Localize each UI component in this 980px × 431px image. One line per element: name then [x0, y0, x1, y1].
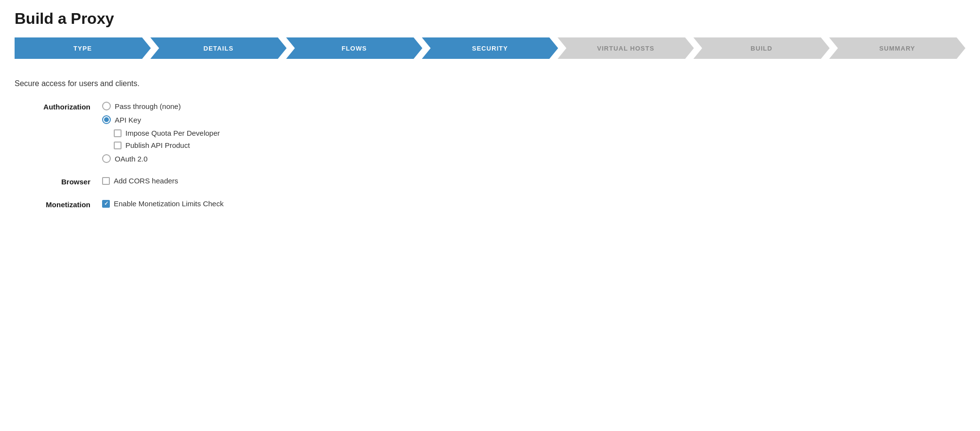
checkbox-label-0: Add CORS headers	[114, 177, 178, 185]
stepper: TYPEDETAILSFLOWSSECURITYVIRTUAL HOSTSBUI…	[15, 37, 965, 59]
checkbox-label-sub-1: Publish API Product	[125, 141, 190, 149]
radio-authorization-2[interactable]	[102, 154, 111, 163]
checkbox-item-0[interactable]: Add CORS headers	[102, 177, 178, 185]
radio-item-0[interactable]: Pass through (none)	[102, 102, 220, 110]
radio-item-2[interactable]: OAuth 2.0	[102, 154, 220, 163]
form-sections: AuthorizationPass through (none)API KeyI…	[15, 102, 965, 209]
section-label-monetization: Monetization	[15, 199, 102, 209]
checkbox-sub-item-0[interactable]: Impose Quota Per Developer	[114, 129, 220, 137]
radio-label-1: API Key	[115, 116, 141, 124]
section-label-authorization: Authorization	[15, 102, 102, 111]
checkbox-label-sub-0: Impose Quota Per Developer	[125, 129, 220, 137]
checkbox-item-0[interactable]: Enable Monetization Limits Check	[102, 199, 224, 208]
radio-authorization-0[interactable]	[102, 102, 111, 110]
controls-authorization: Pass through (none)API KeyImpose Quota P…	[102, 102, 220, 163]
section-label-browser: Browser	[15, 177, 102, 186]
checkbox-sub-item-1[interactable]: Publish API Product	[114, 141, 220, 149]
section-browser: BrowserAdd CORS headers	[15, 177, 965, 186]
radio-label-2: OAuth 2.0	[115, 155, 148, 163]
controls-browser: Add CORS headers	[102, 177, 178, 185]
suboptions-authorization-1: Impose Quota Per DeveloperPublish API Pr…	[114, 129, 220, 149]
subtitle: Secure access for users and clients.	[15, 79, 965, 88]
page-title: Build a Proxy	[15, 10, 965, 28]
step-summary[interactable]: SUMMARY	[829, 37, 965, 59]
main-content: Secure access for users and clients. Aut…	[15, 74, 965, 227]
step-flows[interactable]: FLOWS	[286, 37, 422, 59]
controls-monetization: Enable Monetization Limits Check	[102, 199, 224, 208]
radio-label-0: Pass through (none)	[115, 102, 181, 110]
checkbox-monetization-0[interactable]	[102, 200, 110, 208]
step-virtual-hosts[interactable]: VIRTUAL HOSTS	[558, 37, 694, 59]
radio-item-1[interactable]: API Key	[102, 115, 220, 124]
checkbox-browser-0[interactable]	[102, 177, 110, 185]
section-authorization: AuthorizationPass through (none)API KeyI…	[15, 102, 965, 163]
radio-authorization-1[interactable]	[102, 115, 111, 124]
checkbox-authorization-sub-1[interactable]	[114, 142, 122, 149]
step-security[interactable]: SECURITY	[422, 37, 558, 59]
step-build[interactable]: BUILD	[693, 37, 829, 59]
section-monetization: MonetizationEnable Monetization Limits C…	[15, 199, 965, 209]
checkbox-authorization-sub-0[interactable]	[114, 129, 122, 137]
checkbox-label-0: Enable Monetization Limits Check	[114, 199, 224, 208]
step-details[interactable]: DETAILS	[150, 37, 286, 59]
step-type[interactable]: TYPE	[15, 37, 151, 59]
